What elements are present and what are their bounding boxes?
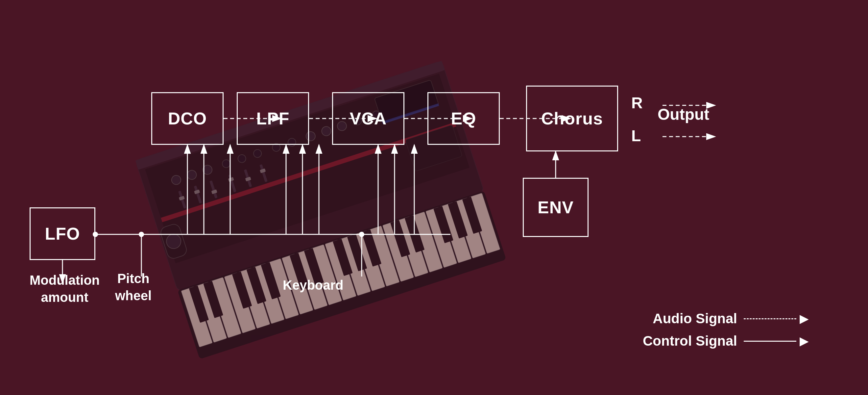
control-signal-label: Control Signal [632,333,737,349]
vca-label: VCA [350,109,387,129]
output-l-label: L [631,127,641,145]
env-label: ENV [537,198,574,217]
lpf-box: LPF [237,92,309,145]
eq-box: EQ [427,92,500,145]
audio-signal-line [744,318,796,319]
vca-box: VCA [332,92,404,145]
audio-signal-legend: Audio Signal ▶ [632,311,809,327]
lfo-box: LFO [30,207,95,260]
audio-signal-label: Audio Signal [632,311,737,327]
pitch-label: Pitch wheel [115,270,152,304]
output-label: Output [658,105,709,123]
chorus-label: Chorus [541,109,603,129]
lfo-label: LFO [45,224,80,244]
legend: Audio Signal ▶ Control Signal ▶ [632,311,809,349]
env-box: ENV [523,178,589,237]
control-signal-legend: Control Signal ▶ [632,333,809,349]
dco-box: DCO [151,92,224,145]
chorus-box: Chorus [526,86,618,151]
lpf-label: LPF [256,109,289,129]
eq-label: EQ [451,109,476,129]
keyboard-label: Keyboard [283,277,344,293]
modulation-label: Modulation amount [30,272,100,306]
dco-label: DCO [168,109,207,129]
output-r-label: R [631,94,643,112]
audio-signal-arrow: ▶ [800,312,809,326]
control-signal-line [744,341,796,342]
control-signal-arrow: ▶ [800,334,809,348]
